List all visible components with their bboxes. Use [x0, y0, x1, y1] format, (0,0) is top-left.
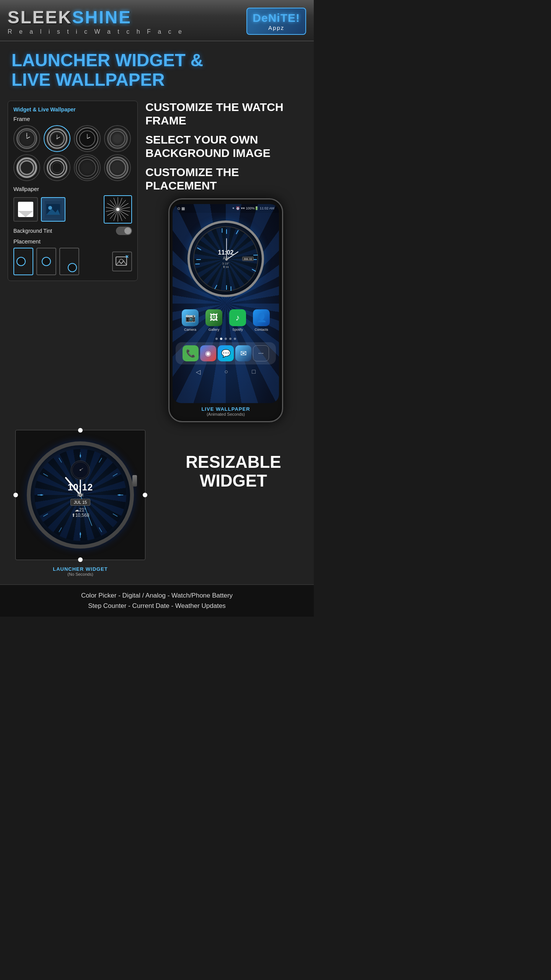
app-spotify[interactable]: ♪ Spotify [228, 309, 248, 332]
dock-phone[interactable]: 📞 [183, 345, 199, 361]
phone-clock-display: 11:02 AM 3:18° ⬆34 JUL 11 [173, 213, 279, 303]
title-section: LAUNCHER WIDGET & LIVE WALLPAPER [0, 41, 314, 93]
panel-title: Widget & Live Wallpaper [13, 106, 132, 113]
logo-line2: Appz [253, 24, 300, 31]
wallpaper-thumb-1[interactable] [13, 197, 38, 222]
phone-watch-temp: 3:18° [218, 262, 234, 265]
svg-line-2 [27, 137, 30, 139]
dock-messages[interactable]: 💬 [218, 345, 234, 361]
widget-frame: 10:12 PM JUL 15 ☁21° ⬆10,568 [15, 430, 145, 560]
placement-option-left[interactable] [13, 248, 33, 275]
svg-point-41 [116, 208, 119, 211]
svg-point-16 [79, 159, 96, 176]
dot-1 [215, 338, 218, 340]
widget-watch: 10:12 PM JUL 15 ☁21° ⬆10,568 [27, 441, 134, 549]
feature-1: CUSTOMIZE THE WATCH FRAME [145, 101, 306, 127]
widget-label: LAUNCHER WIDGET (No Seconds) [53, 566, 108, 577]
svg-line-51 [235, 230, 240, 234]
phone-watch-time: 11:02 [218, 249, 234, 256]
header: SLEEK SHINE R e a l i s t i c W a t c h … [0, 0, 314, 41]
svg-line-87 [80, 468, 83, 470]
clock-face-4 [107, 128, 128, 149]
phone-watch-date: JUL 11 [242, 257, 254, 261]
footer: Color Picker - Digital / Analog - Watch/… [0, 584, 314, 616]
placement-option-center[interactable] [36, 248, 56, 275]
svg-line-79 [59, 458, 62, 462]
navbar: ◁ ○ □ [173, 364, 279, 379]
svg-point-14 [50, 160, 64, 175]
app-contacts[interactable]: 👤 Contacts [251, 309, 271, 332]
phone-watch-steps: ⬆34 [218, 265, 234, 269]
svg-point-17 [109, 160, 126, 176]
placement-row [13, 248, 132, 275]
svg-line-75 [59, 528, 62, 532]
svg-line-56 [195, 262, 200, 266]
wallpaper-thumb-2[interactable] [41, 197, 65, 222]
clock-face-2 [47, 128, 67, 149]
title-shine: SHINE [72, 7, 132, 28]
widget-left: 10:12 PM JUL 15 ☁21° ⬆10,568 LAUNCHER WI… [8, 430, 153, 577]
placement-option-right[interactable] [59, 248, 79, 275]
widget-ampm: PM [57, 493, 103, 497]
title-sleek: SLEEK [8, 7, 72, 28]
svg-line-73 [99, 528, 102, 532]
toggle-knob [124, 227, 131, 234]
logo-box: DeNiTE! Appz [246, 8, 306, 35]
placement-watch-center [42, 257, 51, 266]
feature-2: SELECT YOUR OWN BACKGROUND IMAGE [145, 133, 306, 160]
svg-marker-65 [80, 454, 81, 458]
frame-option-6[interactable] [44, 154, 70, 181]
frame-option-3[interactable] [74, 125, 101, 152]
widget-weather: ☁21° [57, 507, 103, 513]
phone-mockup-container: ⊙ ▦ ✦ ⏰ ▾▾ 100%🔋 11:02 AM [145, 198, 306, 422]
dock-apps[interactable]: ⋯ [253, 345, 269, 361]
phone-mockup: ⊙ ▦ ✦ ⏰ ▾▾ 100%🔋 11:02 AM [168, 198, 283, 422]
frame-option-7[interactable] [74, 154, 101, 181]
resizable-widget-text: RESIZABLEWIDGET [161, 453, 306, 490]
svg-point-12 [110, 131, 125, 146]
footer-line2: Step Counter - Current Date - Weather Up… [8, 601, 306, 611]
frame-option-1[interactable] [13, 125, 40, 152]
live-wallpaper-label: LIVE WALLPAPER [173, 406, 279, 412]
contacts-icon: 👤 [253, 309, 270, 326]
wallpaper-sunburst[interactable] [104, 195, 132, 224]
app-camera[interactable]: 📷 Camera [180, 309, 200, 332]
feature-3: CUSTOMIZE THE PLACEMENT [145, 166, 306, 192]
corner-bottom [78, 557, 83, 562]
svg-line-70 [113, 474, 117, 476]
dock-mail[interactable]: ✉ [235, 345, 251, 361]
gallery-label: Gallery [209, 328, 220, 332]
placement-watch-right [68, 263, 77, 272]
frame-option-4[interactable] [104, 125, 131, 152]
camera-icon: 📷 [182, 309, 199, 326]
main-title: LAUNCHER WIDGET & LIVE WALLPAPER [11, 51, 302, 89]
frame-option-8[interactable] [104, 154, 131, 181]
header-subtitle: R e a l i s t i c W a t c h F a c e [8, 28, 184, 35]
svg-line-57 [197, 247, 201, 251]
placement-photo-button[interactable] [112, 252, 132, 271]
footer-line1: Color Picker - Digital / Analog - Watch/… [8, 590, 306, 601]
launcher-widget-label: LAUNCHER WIDGET [53, 566, 108, 572]
bg-tint-toggle[interactable] [116, 227, 132, 235]
phone-watch: 11:02 AM 3:18° ⬆34 JUL 11 [187, 220, 264, 297]
placement-label: Placement [13, 238, 132, 245]
clock-face-7 [76, 156, 99, 179]
camera-label: Camera [184, 328, 196, 332]
contacts-label: Contacts [254, 328, 268, 332]
frame-option-2[interactable] [44, 125, 70, 152]
logo-line1: DeNiTE! [253, 11, 300, 24]
nav-recents[interactable]: □ [252, 368, 256, 376]
nav-home[interactable]: ○ [224, 368, 228, 376]
dock-chrome[interactable]: ◉ [200, 345, 216, 361]
app-gallery[interactable]: 🖼 Gallery [204, 309, 224, 332]
header-title: SLEEK SHINE R e a l i s t i c W a t c h … [8, 7, 184, 35]
svg-line-52 [253, 253, 258, 257]
nav-back[interactable]: ◁ [196, 368, 201, 376]
frame-option-5[interactable] [13, 154, 40, 181]
no-seconds-label: (No Seconds) [53, 572, 108, 577]
left-panel: Widget & Live Wallpaper Frame [8, 101, 138, 422]
bg-tint-label: Background Tint [13, 228, 52, 234]
widget-section: 10:12 PM JUL 15 ☁21° ⬆10,568 LAUNCHER WI… [0, 426, 314, 584]
dot-3 [225, 338, 227, 340]
placement-watch-left [16, 257, 26, 266]
